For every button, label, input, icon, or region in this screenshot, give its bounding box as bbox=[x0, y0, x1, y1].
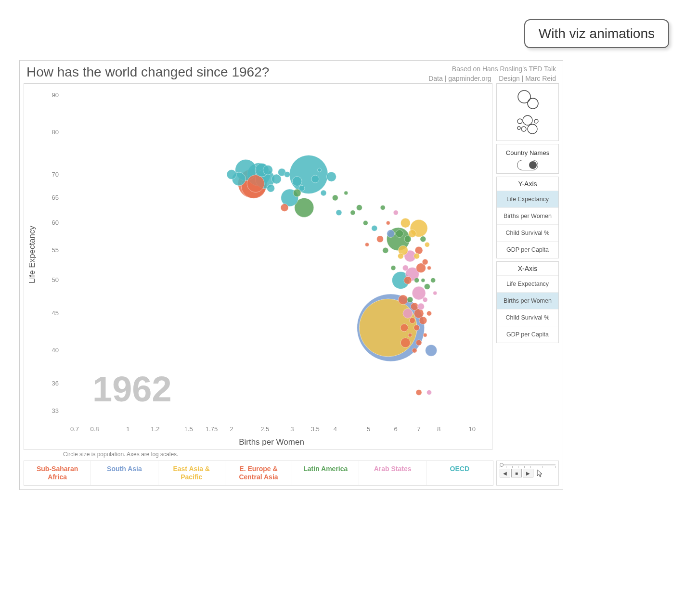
svg-point-70 bbox=[404, 277, 412, 284]
svg-text:55: 55 bbox=[52, 246, 59, 254]
svg-text:60: 60 bbox=[52, 219, 59, 226]
svg-point-99 bbox=[380, 205, 385, 210]
svg-point-73 bbox=[415, 246, 423, 254]
callout-text: With viz animations bbox=[539, 26, 655, 41]
scatter-chart[interactable]: 33364045505560657080900.70.811.21.51.752… bbox=[24, 83, 492, 450]
svg-point-57 bbox=[401, 218, 410, 228]
y-axis-option-2[interactable]: Child Survival % bbox=[497, 224, 558, 241]
svg-point-111 bbox=[365, 243, 369, 247]
credits: Based on Hans Rosling's TED Talk Data | … bbox=[428, 64, 556, 83]
svg-point-125 bbox=[534, 119, 538, 123]
svg-point-123 bbox=[521, 127, 526, 131]
svg-point-85 bbox=[383, 247, 388, 253]
bubble-size-control[interactable] bbox=[496, 83, 559, 141]
x-axis-option-2[interactable]: Child Survival % bbox=[497, 309, 558, 326]
svg-point-56 bbox=[398, 295, 408, 305]
svg-text:0.8: 0.8 bbox=[90, 425, 99, 433]
svg-point-66 bbox=[311, 175, 319, 183]
svg-text:50: 50 bbox=[52, 277, 59, 284]
small-bubbles-icon bbox=[513, 115, 542, 136]
svg-point-108 bbox=[427, 390, 432, 395]
credit-line-1: Based on Hans Rosling's TED Talk bbox=[428, 64, 556, 74]
svg-text:8: 8 bbox=[437, 425, 440, 433]
y-axis-header: Y-Axis bbox=[518, 177, 537, 191]
y-axis-option-1[interactable]: Births per Women bbox=[497, 207, 558, 224]
region-legend: Sub-SaharanAfricaSouth AsiaEast Asia &Pa… bbox=[24, 461, 493, 486]
svg-text:3: 3 bbox=[290, 425, 294, 433]
svg-point-53 bbox=[292, 177, 302, 186]
svg-point-69 bbox=[401, 324, 408, 332]
svg-text:70: 70 bbox=[52, 171, 59, 178]
legend-item-0[interactable]: Sub-SaharanAfrica bbox=[24, 461, 91, 485]
svg-text:45: 45 bbox=[52, 309, 59, 317]
svg-point-122 bbox=[517, 127, 520, 129]
svg-text:7: 7 bbox=[417, 425, 420, 433]
y-axis-selector: Y-Axis Life ExpectancyBirths per WomenCh… bbox=[496, 177, 559, 258]
svg-point-68 bbox=[396, 230, 403, 238]
svg-point-115 bbox=[423, 334, 427, 337]
stop-button[interactable]: ■ bbox=[511, 469, 522, 477]
viz-container: How has the world changed since 1962? Ba… bbox=[19, 60, 563, 490]
svg-point-114 bbox=[421, 279, 425, 282]
svg-text:4: 4 bbox=[334, 425, 337, 433]
svg-point-76 bbox=[404, 236, 411, 243]
country-names-control: Country Names bbox=[496, 144, 559, 174]
callout-badge: With viz animations bbox=[524, 19, 669, 48]
svg-point-77 bbox=[417, 303, 424, 310]
svg-text:Births per Women: Births per Women bbox=[239, 437, 304, 447]
svg-point-124 bbox=[528, 124, 537, 134]
x-axis-option-3[interactable]: GDP per Capita bbox=[497, 326, 558, 343]
svg-point-119 bbox=[528, 98, 538, 109]
legend-item-3[interactable]: E. Europe &Central Asia bbox=[225, 461, 292, 485]
play-button[interactable]: ▶ bbox=[523, 469, 533, 477]
svg-text:36: 36 bbox=[52, 380, 59, 387]
svg-point-32 bbox=[289, 155, 328, 194]
year-slider[interactable] bbox=[500, 463, 556, 467]
x-axis-option-0[interactable]: Life Expectancy bbox=[497, 275, 558, 292]
svg-point-106 bbox=[427, 311, 432, 316]
svg-point-89 bbox=[409, 318, 415, 323]
legend-item-4[interactable]: Latin America bbox=[292, 461, 359, 485]
svg-point-116 bbox=[427, 266, 431, 270]
svg-point-31 bbox=[359, 299, 417, 357]
svg-point-40 bbox=[247, 175, 264, 192]
page-title: How has the world changed since 1962? bbox=[26, 64, 269, 80]
legend-item-1[interactable]: South Asia bbox=[91, 461, 158, 485]
svg-point-78 bbox=[284, 172, 290, 178]
svg-text:2: 2 bbox=[230, 425, 233, 433]
svg-point-95 bbox=[424, 284, 430, 290]
big-bubbles-icon bbox=[516, 89, 540, 110]
y-axis-option-0[interactable]: Life Expectancy bbox=[497, 191, 558, 207]
svg-text:1: 1 bbox=[126, 425, 129, 433]
x-axis-option-1[interactable]: Births per Women bbox=[497, 292, 558, 309]
legend-item-5[interactable]: Arab States bbox=[359, 461, 426, 485]
svg-point-75 bbox=[376, 236, 383, 243]
svg-text:1962: 1962 bbox=[92, 369, 172, 409]
country-names-label: Country Names bbox=[506, 149, 549, 157]
y-axis-option-3[interactable]: GDP per Capita bbox=[497, 241, 558, 258]
svg-point-101 bbox=[393, 210, 398, 215]
header: How has the world changed since 1962? Ba… bbox=[24, 64, 559, 83]
legend-item-2[interactable]: East Asia &Pacific bbox=[158, 461, 225, 485]
svg-text:6: 6 bbox=[394, 425, 398, 433]
svg-point-72 bbox=[411, 303, 418, 310]
prev-button[interactable]: ◀ bbox=[500, 469, 510, 477]
svg-text:1.2: 1.2 bbox=[151, 425, 159, 433]
animation-controls: ◀ ■ ▶ bbox=[496, 461, 559, 486]
svg-point-96 bbox=[416, 390, 422, 396]
svg-point-91 bbox=[414, 325, 420, 331]
country-names-toggle[interactable] bbox=[517, 160, 538, 170]
svg-text:65: 65 bbox=[52, 194, 59, 201]
svg-point-121 bbox=[523, 116, 532, 125]
svg-point-102 bbox=[412, 348, 417, 353]
svg-point-104 bbox=[423, 297, 427, 302]
svg-point-52 bbox=[271, 174, 281, 184]
svg-point-67 bbox=[387, 230, 395, 238]
svg-text:40: 40 bbox=[52, 346, 59, 354]
svg-text:Life Expectancy: Life Expectancy bbox=[27, 226, 37, 284]
legend-item-6[interactable]: OECD bbox=[427, 461, 493, 485]
svg-point-117 bbox=[433, 291, 437, 295]
svg-point-103 bbox=[414, 278, 419, 283]
svg-point-105 bbox=[425, 243, 429, 247]
svg-text:3.5: 3.5 bbox=[311, 425, 320, 433]
